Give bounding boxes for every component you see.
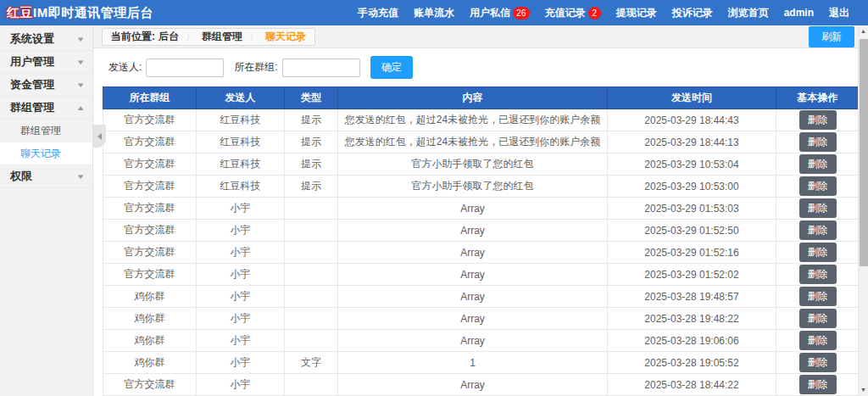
filter-bar: 发送人: 所在群组: 确定 bbox=[93, 48, 868, 86]
cell-content: Array bbox=[338, 198, 608, 220]
cell-sender: 小宇 bbox=[197, 374, 285, 396]
cell-type bbox=[285, 374, 338, 396]
group-input[interactable] bbox=[282, 59, 360, 77]
topnav-item[interactable]: 投诉记录 bbox=[672, 6, 713, 20]
cell-time: 2025-03-29 01:52:02 bbox=[608, 264, 776, 286]
column-header: 所在群组 bbox=[103, 87, 197, 109]
cell-type bbox=[285, 308, 338, 330]
topnav-item[interactable]: 手动充值 bbox=[358, 6, 398, 20]
refresh-button[interactable]: 刷新 bbox=[809, 26, 854, 47]
delete-button[interactable]: 删除 bbox=[799, 154, 837, 174]
topnav-item-label: 退出 bbox=[829, 6, 849, 20]
topnav-item[interactable]: 充值记录2 bbox=[545, 6, 601, 20]
delete-button[interactable]: 删除 bbox=[799, 287, 837, 306]
submit-button[interactable]: 确定 bbox=[370, 56, 413, 79]
breadcrumb-prefix: 当前位置: bbox=[111, 30, 155, 44]
cell-time: 2025-03-29 10:53:04 bbox=[608, 153, 776, 176]
topnav-item[interactable]: 退出 bbox=[829, 6, 849, 20]
scrollbar-thumb[interactable] bbox=[860, 39, 868, 266]
sidebar-item[interactable]: 资金管理▼ bbox=[0, 74, 92, 97]
delete-button[interactable]: 删除 bbox=[799, 353, 837, 372]
cell-sender: 红豆科技 bbox=[197, 176, 285, 198]
cell-content: Array bbox=[338, 264, 608, 286]
cell-time: 2025-03-28 18:44:22 bbox=[608, 374, 776, 396]
delete-button[interactable]: 删除 bbox=[799, 220, 837, 240]
topnav-item[interactable]: 账单流水 bbox=[414, 6, 454, 20]
delete-button[interactable]: 删除 bbox=[799, 198, 837, 218]
delete-button[interactable]: 删除 bbox=[799, 331, 837, 350]
cell-group: 官方交流群 bbox=[103, 242, 197, 264]
cell-actions: 删除 bbox=[776, 308, 860, 330]
column-header: 基本操作 bbox=[776, 87, 860, 109]
cell-group: 官方交流群 bbox=[103, 176, 197, 198]
cell-type: 文字 bbox=[285, 352, 338, 374]
breadcrumb-item[interactable]: 聊天记录 bbox=[265, 30, 306, 44]
topnav-item[interactable]: admin bbox=[784, 7, 814, 19]
table-row: 官方交流群小宇Array2025-03-29 01:52:50删除 bbox=[103, 220, 860, 242]
cell-actions: 删除 bbox=[776, 198, 860, 220]
sidebar: 系统设置▼用户管理▼资金管理▼群组管理▲群组管理聊天记录权限▼ bbox=[0, 25, 93, 396]
sidebar-item[interactable]: 群组管理▲ bbox=[0, 97, 92, 120]
delete-button[interactable]: 删除 bbox=[799, 375, 837, 394]
breadcrumb-item[interactable]: 群组管理 bbox=[202, 30, 242, 44]
group-label: 所在群组: bbox=[234, 60, 277, 75]
content-area: 当前位置:后台〉群组管理〉聊天记录 刷新 发送人: 所在群组: 确定 所在群组发… bbox=[93, 25, 868, 396]
table-row: 鸡你群小宇Array2025-03-28 19:48:57删除 bbox=[103, 286, 860, 308]
sidebar-subitem[interactable]: 群组管理 bbox=[0, 120, 92, 142]
cell-time: 2025-03-29 01:52:16 bbox=[608, 242, 776, 264]
delete-button[interactable]: 删除 bbox=[799, 110, 837, 130]
cell-content: 官方小助手领取了您的红包 bbox=[338, 153, 608, 176]
sidebar-item[interactable]: 系统设置▼ bbox=[0, 28, 92, 51]
main-layout: 系统设置▼用户管理▼资金管理▼群组管理▲群组管理聊天记录权限▼ 当前位置:后台〉… bbox=[0, 25, 868, 396]
topnav-item-label: 提现记录 bbox=[616, 6, 657, 20]
cell-sender: 小宇 bbox=[197, 286, 285, 308]
cell-content: Array bbox=[338, 330, 608, 352]
top-nav: 手动充值账单流水用户私信26充值记录2提现记录投诉记录浏览首页admin退出 bbox=[358, 6, 849, 20]
sidebar-item[interactable]: 用户管理▼ bbox=[0, 51, 92, 74]
delete-button[interactable]: 删除 bbox=[799, 309, 837, 328]
delete-button[interactable]: 删除 bbox=[799, 176, 837, 196]
sender-input[interactable] bbox=[146, 59, 224, 77]
cell-actions: 删除 bbox=[776, 330, 860, 352]
sidebar-collapse-handle[interactable] bbox=[93, 125, 106, 148]
topnav-item[interactable]: 提现记录 bbox=[616, 6, 657, 20]
scroll-up-button[interactable]: ▲ bbox=[859, 25, 868, 37]
cell-group: 官方交流群 bbox=[103, 220, 197, 242]
delete-button[interactable]: 删除 bbox=[799, 243, 837, 262]
collapse-left-arrow-icon bbox=[97, 133, 102, 140]
delete-button[interactable]: 删除 bbox=[799, 132, 837, 152]
cell-sender: 红豆科技 bbox=[197, 153, 285, 176]
topnav-item[interactable]: 用户私信26 bbox=[470, 6, 530, 20]
delete-button[interactable]: 删除 bbox=[799, 265, 837, 284]
cell-sender: 小宇 bbox=[197, 198, 285, 220]
topnav-item-label: 充值记录 bbox=[545, 6, 586, 20]
breadcrumb-item[interactable]: 后台 bbox=[159, 30, 179, 44]
sidebar-item-label: 用户管理 bbox=[10, 54, 54, 70]
cell-type bbox=[285, 330, 338, 352]
vertical-scrollbar[interactable]: ▲ ▼ bbox=[858, 25, 868, 396]
cell-time: 2025-03-28 19:48:22 bbox=[608, 308, 776, 330]
cell-actions: 删除 bbox=[776, 374, 860, 396]
topnav-item[interactable]: 浏览首页 bbox=[728, 6, 769, 20]
notification-badge: 26 bbox=[513, 7, 530, 20]
column-header: 发送人 bbox=[197, 87, 285, 109]
sidebar-subitem[interactable]: 聊天记录 bbox=[0, 142, 92, 165]
cell-sender: 小宇 bbox=[197, 264, 285, 286]
cell-sender: 小宇 bbox=[197, 352, 285, 374]
cell-content: Array bbox=[338, 308, 608, 330]
sender-label: 发送人: bbox=[108, 60, 142, 75]
cell-type: 提示 bbox=[285, 109, 338, 131]
cell-actions: 删除 bbox=[776, 264, 860, 286]
cell-type bbox=[285, 220, 338, 242]
cell-actions: 删除 bbox=[776, 352, 860, 374]
cell-sender: 红豆科技 bbox=[197, 109, 285, 131]
sidebar-item[interactable]: 权限▼ bbox=[0, 165, 92, 188]
cell-sender: 小宇 bbox=[197, 242, 285, 264]
cell-time: 2025-03-28 19:06:06 bbox=[608, 330, 776, 352]
cell-group: 鸡你群 bbox=[103, 308, 197, 330]
cell-time: 2025-03-29 10:53:00 bbox=[608, 176, 776, 198]
scroll-down-button[interactable]: ▼ bbox=[859, 384, 868, 396]
cell-actions: 删除 bbox=[776, 242, 860, 264]
cell-group: 鸡你群 bbox=[103, 330, 197, 352]
column-header: 发送时间 bbox=[608, 87, 776, 109]
